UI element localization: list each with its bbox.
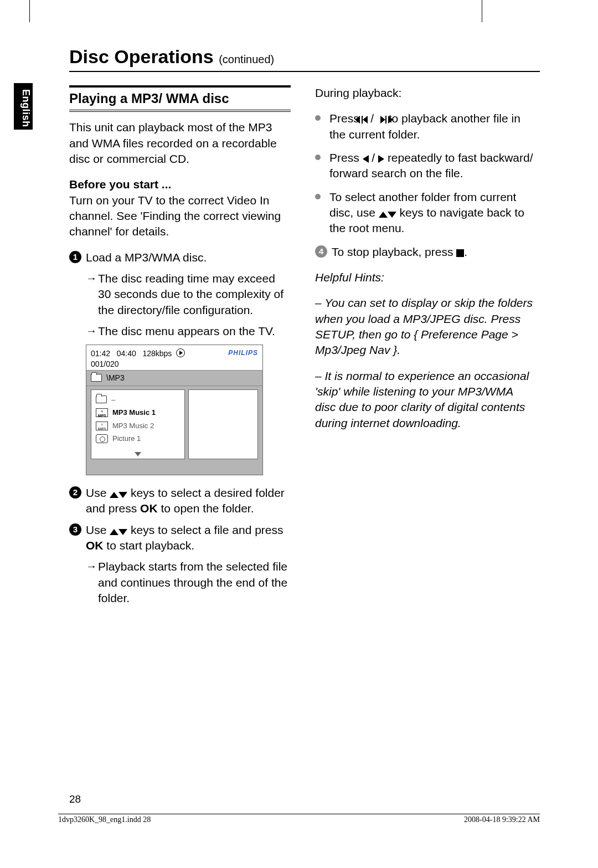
menu-preview-pane — [188, 389, 258, 459]
menu-file-list: – ≡MP3MP3 Music 1 ≡MP3MP3 Music 2 Pictur… — [91, 389, 185, 459]
scroll-down-icon — [135, 452, 141, 456]
down-key-icon — [388, 212, 396, 218]
list-item: ≡MP3MP3 Music 2 — [96, 419, 180, 433]
step-2-text-c: to open the folder. — [161, 502, 254, 515]
title-continued: (continued) — [219, 53, 274, 65]
up-key-icon — [379, 212, 388, 218]
step-3-text-c: to start playback. — [106, 539, 194, 552]
picture-file-icon — [96, 434, 108, 443]
menu-body: – ≡MP3MP3 Music 1 ≡MP3MP3 Music 2 Pictur… — [86, 386, 262, 475]
crop-marks — [0, 0, 598, 33]
bullet-2: Press / repeatedly to fast backward/ for… — [315, 150, 537, 182]
step-4-badge: 4 — [315, 245, 327, 258]
step-3-text-a: Use — [86, 523, 110, 536]
bullet-1: Press / to playback another file in the … — [315, 111, 537, 142]
step-1: 1 Load a MP3/WMA disc. — [69, 250, 291, 265]
menu-path-bar: \MP3 — [86, 371, 262, 386]
up-key-icon — [110, 529, 118, 535]
mp3-file-icon: ≡MP3 — [96, 422, 108, 430]
folder-icon — [96, 396, 107, 403]
menu-time-total: 04:40 — [117, 349, 136, 358]
hint-1: – You can set to display or skip the fol… — [315, 295, 537, 358]
disc-menu-preview: 01:42 04:40 128kbps 001/020 PHILIPS \MP3… — [86, 345, 263, 475]
menu-track-counter: 001/020 — [91, 359, 119, 368]
step-3-text-b: keys to select a file and press — [131, 523, 283, 536]
step-4: 4 To stop playback, press . — [315, 244, 537, 260]
step-1-note-a: The disc reading time may exceed 30 seco… — [69, 271, 291, 318]
ok-key: OK — [140, 502, 158, 515]
mp3-file-icon: ≡MP3 — [96, 408, 108, 417]
up-key-icon — [110, 492, 118, 498]
step-3-badge: 3 — [69, 523, 81, 536]
down-key-icon — [118, 492, 127, 498]
column-left: Playing a MP3/ WMA disc This unit can pl… — [69, 85, 291, 612]
list-item-label: MP3 Music 1 — [112, 408, 156, 418]
before-heading: Before you start ... — [69, 178, 171, 191]
during-playback-heading: During playback: — [315, 85, 537, 101]
menu-top-bar: 01:42 04:40 128kbps 001/020 PHILIPS — [86, 345, 262, 370]
step-2: 2 Use keys to select a desired folder an… — [69, 485, 291, 517]
list-item: – — [96, 393, 180, 407]
down-key-icon — [118, 529, 127, 535]
step-3-note: Playback starts from the selected file a… — [69, 559, 291, 606]
step-2-badge: 2 — [69, 486, 81, 499]
step-1-badge: 1 — [69, 251, 81, 263]
step-2-text-a: Use — [86, 486, 110, 499]
step-1-text: Load a MP3/WMA disc. — [86, 251, 207, 264]
ok-key: OK — [86, 539, 104, 552]
footer-timestamp: 2008-04-18 9:39:22 AM — [464, 815, 540, 825]
bullet-2-a: Press — [329, 151, 363, 164]
step-1-note-b: The disc menu appears on the TV. — [69, 323, 291, 339]
before-block: Before you start ... Turn on your TV to … — [69, 177, 291, 239]
play-indicator-icon — [176, 348, 185, 357]
skip-next-icon — [380, 116, 385, 124]
hints-heading: Helpful Hints: — [315, 270, 537, 285]
page-title: Disc Operations (continued) — [69, 44, 540, 72]
language-tab: English — [14, 83, 33, 130]
rewind-icon — [363, 155, 369, 163]
list-item: ≡MP3MP3 Music 1 — [96, 406, 180, 419]
skip-previous-icon — [363, 116, 368, 124]
column-right: During playback: Press / to playback ano… — [315, 85, 537, 612]
page-number: 28 — [69, 792, 81, 807]
before-text: Turn on your TV to the correct Video In … — [69, 194, 281, 238]
bullet-3: To select another folder from current di… — [315, 189, 537, 237]
menu-path-text: \MP3 — [106, 373, 125, 383]
footer-rule — [58, 814, 540, 814]
fast-forward-icon — [378, 155, 384, 163]
section-heading: Playing a MP3/ WMA disc — [69, 85, 291, 112]
stop-icon — [456, 249, 464, 257]
step-3: 3 Use keys to select a file and press OK… — [69, 522, 291, 554]
list-item-label: – — [111, 395, 115, 405]
menu-bitrate: 128kbps — [142, 349, 172, 358]
step-4-text-a: To stop playback, press — [332, 245, 456, 258]
step-4-text-b: . — [464, 245, 467, 258]
folder-icon — [91, 374, 102, 382]
hint-2: – It is normal to experience an occasion… — [315, 368, 537, 431]
brand-logo: PHILIPS — [228, 348, 258, 357]
list-item: Picture 1 — [96, 432, 180, 445]
title-main: Disc Operations — [69, 46, 219, 67]
footer-file-info: 1dvp3260K_98_eng1.indd 28 — [58, 815, 151, 825]
intro-text: This unit can playback most of the MP3 a… — [69, 120, 291, 167]
menu-time-elapsed: 01:42 — [91, 349, 110, 358]
list-item-label: MP3 Music 2 — [112, 421, 154, 431]
page: English Disc Operations (continued) Play… — [30, 33, 568, 831]
list-item-label: Picture 1 — [112, 434, 141, 444]
